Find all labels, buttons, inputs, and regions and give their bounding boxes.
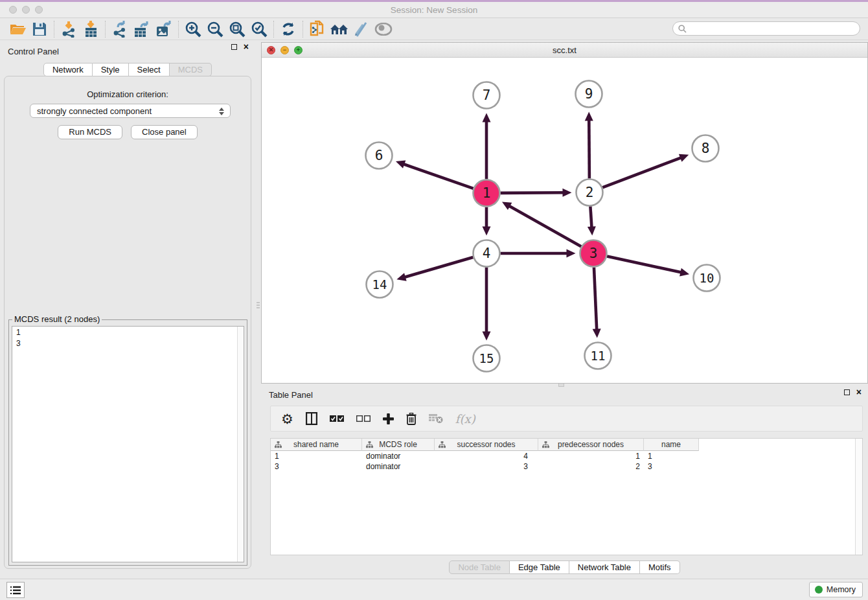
function-builder-icon[interactable]: f(x) bbox=[455, 410, 475, 427]
new-network-from-selection-icon[interactable] bbox=[306, 19, 328, 39]
column-header-name[interactable]: name bbox=[644, 439, 699, 451]
run-mcds-button[interactable]: Run MCDS bbox=[58, 125, 122, 139]
close-panel-icon[interactable]: × bbox=[244, 44, 249, 50]
export-table-icon[interactable] bbox=[131, 19, 153, 39]
edge-4-to-14[interactable] bbox=[396, 257, 473, 281]
graph-node-8[interactable]: 8 bbox=[692, 135, 719, 162]
table-cell[interactable]: 3 bbox=[435, 461, 538, 472]
first-neighbors-icon[interactable] bbox=[328, 19, 350, 39]
table-cell[interactable]: 3 bbox=[271, 461, 362, 472]
table-cell[interactable]: 4 bbox=[435, 451, 538, 461]
refresh-network-icon[interactable] bbox=[277, 19, 299, 39]
table-cell[interactable]: 3 bbox=[644, 461, 699, 472]
graph-node-6[interactable]: 6 bbox=[366, 143, 393, 169]
zoom-out-icon[interactable] bbox=[204, 19, 226, 39]
table-scrollbar[interactable] bbox=[855, 439, 862, 555]
graph-node-1[interactable]: 1 bbox=[474, 180, 500, 207]
mcds-result-group: MCDS result (2 nodes) 13 bbox=[8, 319, 247, 566]
memory-label: Memory bbox=[827, 585, 856, 594]
column-header-MCDS-role[interactable]: MCDS role bbox=[362, 439, 435, 451]
svg-text:9: 9 bbox=[585, 86, 593, 102]
graph-node-4[interactable]: 4 bbox=[474, 240, 500, 267]
graph-node-7[interactable]: 7 bbox=[474, 82, 500, 109]
show-hidden-items-icon[interactable] bbox=[372, 19, 394, 39]
edge-2-to-3[interactable] bbox=[588, 206, 596, 235]
search-input[interactable] bbox=[687, 23, 860, 34]
table-panel-title: Table Panel bbox=[269, 390, 313, 400]
float-table-panel-icon[interactable] bbox=[844, 389, 850, 395]
tab-edge-table[interactable]: Edge Table bbox=[510, 560, 569, 574]
tab-style[interactable]: Style bbox=[93, 63, 129, 76]
vertical-splitter-handle[interactable] bbox=[257, 302, 260, 311]
node-table[interactable]: shared nameMCDS rolesuccessor nodesprede… bbox=[270, 438, 863, 555]
tab-node-table[interactable]: Node Table bbox=[449, 560, 510, 574]
svg-text:7: 7 bbox=[483, 87, 491, 103]
edge-1-to-2[interactable] bbox=[500, 189, 571, 197]
edge-3-to-1[interactable] bbox=[502, 202, 581, 247]
edge-2-to-9[interactable] bbox=[585, 111, 593, 178]
tab-select[interactable]: Select bbox=[129, 63, 170, 76]
delete-table-icon[interactable] bbox=[429, 410, 443, 427]
edge-3-to-11[interactable] bbox=[593, 267, 601, 338]
table-cell[interactable]: 1 bbox=[271, 451, 362, 461]
memory-button[interactable]: Memory bbox=[809, 582, 863, 597]
column-header-successor-nodes[interactable]: successor nodes bbox=[435, 439, 538, 451]
graph-node-10[interactable]: 10 bbox=[694, 265, 720, 292]
table-row[interactable]: 3dominator323 bbox=[271, 461, 862, 472]
column-header-shared-name[interactable]: shared name bbox=[271, 439, 362, 451]
toolbar-separator bbox=[273, 21, 274, 38]
graph-node-11[interactable]: 11 bbox=[585, 343, 611, 369]
table-row[interactable]: 1dominator411 bbox=[271, 451, 862, 461]
graph-node-3[interactable]: 3 bbox=[580, 240, 607, 267]
close-table-panel-icon[interactable]: × bbox=[856, 389, 862, 395]
edge-3-to-10[interactable] bbox=[607, 257, 689, 277]
result-scrollbar[interactable] bbox=[237, 327, 244, 562]
graph-node-2[interactable]: 2 bbox=[577, 179, 603, 206]
edge-1-to-4[interactable] bbox=[483, 207, 491, 236]
graph-node-15[interactable]: 15 bbox=[474, 345, 500, 372]
close-panel-button[interactable]: Close panel bbox=[131, 125, 198, 139]
delete-row-icon[interactable] bbox=[406, 410, 417, 427]
zoom-fit-icon[interactable] bbox=[226, 19, 248, 39]
unselect-all-rows-icon[interactable] bbox=[356, 410, 371, 427]
table-cell[interactable]: 2 bbox=[538, 461, 644, 472]
export-network-icon[interactable] bbox=[109, 19, 131, 39]
export-image-icon[interactable] bbox=[153, 19, 175, 39]
table-cell[interactable]: 1 bbox=[644, 451, 699, 461]
graph-node-14[interactable]: 14 bbox=[367, 271, 393, 298]
tab-motifs[interactable]: Motifs bbox=[640, 560, 680, 574]
import-table-icon[interactable] bbox=[80, 19, 102, 39]
open-session-icon[interactable] bbox=[6, 19, 29, 39]
edge-1-to-6[interactable] bbox=[396, 161, 474, 189]
task-history-button[interactable] bbox=[6, 582, 25, 598]
zoom-in-icon[interactable] bbox=[182, 19, 204, 39]
edge-4-to-3[interactable] bbox=[501, 249, 576, 258]
table-cell[interactable]: 1 bbox=[538, 451, 644, 461]
network-window-titlebar[interactable]: ✕ − + scc.txt bbox=[262, 43, 867, 58]
zoom-selected-icon[interactable] bbox=[248, 19, 270, 39]
tab-mcds[interactable]: MCDS bbox=[170, 63, 212, 76]
float-panel-icon[interactable] bbox=[231, 44, 237, 50]
tab-network-table[interactable]: Network Table bbox=[569, 560, 640, 574]
import-network-icon[interactable] bbox=[58, 19, 80, 39]
select-all-rows-icon[interactable] bbox=[330, 410, 344, 427]
network-canvas[interactable]: 7968124314101511 bbox=[262, 58, 867, 383]
edge-2-to-8[interactable] bbox=[602, 154, 689, 188]
mcds-result-title: MCDS result (2 nodes) bbox=[12, 314, 102, 324]
search-field[interactable] bbox=[672, 21, 860, 36]
mcds-result-list: 13 bbox=[12, 326, 244, 562]
table-cell[interactable]: dominator bbox=[362, 451, 435, 461]
graph-node-9[interactable]: 9 bbox=[576, 81, 602, 108]
control-panel-tabbar: NetworkStyleSelectMCDS bbox=[0, 63, 255, 76]
tab-network[interactable]: Network bbox=[43, 63, 93, 76]
edge-1-to-7[interactable] bbox=[483, 113, 491, 179]
table-options-icon[interactable]: ⚙ bbox=[281, 410, 293, 427]
edge-4-to-15[interactable] bbox=[483, 268, 491, 341]
show-columns-icon[interactable] bbox=[306, 410, 317, 427]
optimization-criterion-dropdown[interactable]: strongly connected component bbox=[30, 104, 231, 118]
table-cell[interactable]: dominator bbox=[362, 461, 435, 472]
column-header-predecessor-nodes[interactable]: predecessor nodes bbox=[538, 439, 644, 451]
save-session-icon[interactable] bbox=[29, 19, 51, 39]
add-row-icon[interactable] bbox=[383, 410, 394, 427]
hide-annotations-icon[interactable] bbox=[350, 19, 372, 39]
